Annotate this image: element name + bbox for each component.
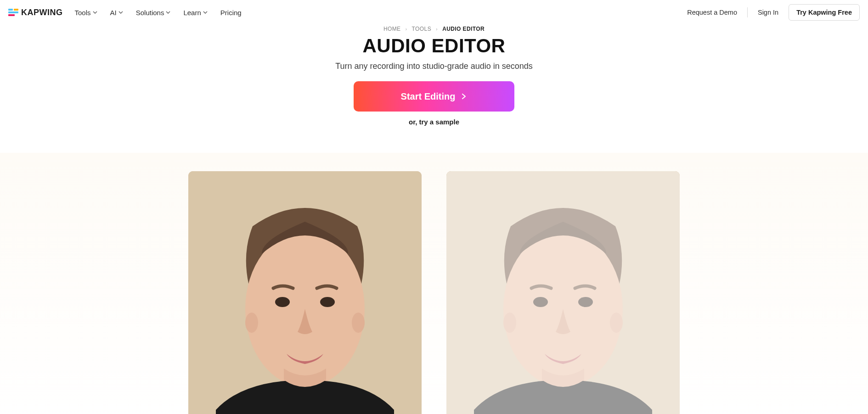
svg-point-11 [610, 313, 623, 333]
svg-point-10 [503, 313, 516, 333]
portrait-image [188, 171, 422, 414]
chevron-down-icon [118, 10, 123, 15]
nav-item-solutions[interactable]: Solutions [136, 9, 171, 17]
nav-item-label: Pricing [220, 9, 242, 17]
try-sample-link[interactable]: or, try a sample [409, 118, 459, 126]
chevron-right-icon [461, 93, 467, 100]
nav-item-label: Learn [183, 9, 201, 17]
page-title: AUDIO EDITOR [0, 35, 868, 57]
request-demo-link[interactable]: Request a Demo [687, 9, 737, 16]
page-subtitle: Turn any recording into studio-grade aud… [0, 62, 868, 71]
svg-point-9 [578, 297, 593, 307]
demo-section [0, 153, 868, 414]
demo-frame-after [446, 171, 680, 414]
nav-divider [747, 7, 748, 17]
breadcrumb-tools[interactable]: TOOLS [412, 26, 431, 32]
nav-item-label: Solutions [136, 9, 164, 17]
nav-links: Tools AI Solutions Learn [75, 9, 242, 17]
nav-right: Request a Demo Sign In Try Kapwing Free [687, 4, 860, 21]
hero-section: HOME › TOOLS › AUDIO EDITOR AUDIO EDITOR… [0, 25, 868, 126]
chevron-down-icon [93, 10, 97, 15]
svg-point-7 [503, 231, 623, 387]
nav-item-label: Tools [75, 9, 91, 17]
demo-compare [0, 171, 868, 414]
demo-frame-before [188, 171, 422, 414]
nav-left: KAPWING Tools AI Solutions [8, 8, 242, 17]
start-editing-button[interactable]: Start Editing [354, 81, 514, 112]
chevron-down-icon [203, 10, 208, 15]
try-free-button[interactable]: Try Kapwing Free [789, 4, 860, 21]
svg-point-8 [533, 297, 548, 307]
portrait-image [446, 171, 680, 414]
nav-item-tools[interactable]: Tools [75, 9, 97, 17]
breadcrumb-separator-icon: › [406, 26, 407, 32]
nav-item-pricing[interactable]: Pricing [220, 9, 242, 17]
svg-point-3 [320, 297, 335, 307]
nav-item-ai[interactable]: AI [110, 9, 123, 17]
brand-logo-icon [8, 9, 18, 16]
sign-in-link[interactable]: Sign In [758, 9, 778, 16]
svg-point-2 [275, 297, 290, 307]
brand-name: KAPWING [21, 8, 63, 17]
breadcrumb: HOME › TOOLS › AUDIO EDITOR [0, 26, 868, 32]
brand-logo[interactable]: KAPWING [8, 8, 63, 17]
nav-item-learn[interactable]: Learn [183, 9, 207, 17]
breadcrumb-separator-icon: › [436, 26, 438, 32]
top-nav: KAPWING Tools AI Solutions [0, 0, 868, 25]
breadcrumb-home[interactable]: HOME [383, 26, 401, 32]
nav-item-label: AI [110, 9, 117, 17]
svg-rect-6 [446, 171, 680, 414]
svg-point-4 [245, 313, 258, 333]
breadcrumb-current: AUDIO EDITOR [442, 26, 485, 32]
svg-point-5 [352, 313, 365, 333]
chevron-down-icon [166, 10, 170, 15]
cta-label: Start Editing [401, 91, 456, 102]
